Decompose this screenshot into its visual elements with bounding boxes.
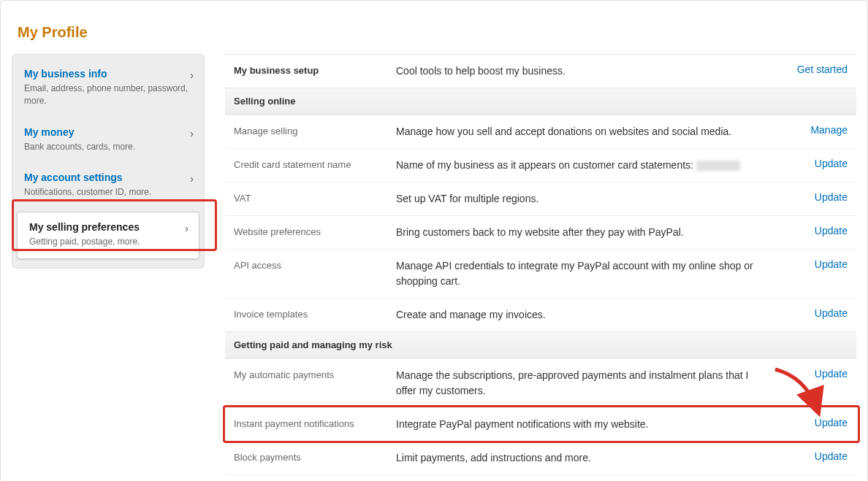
sidebar: My business infoEmail, address, phone nu…	[12, 54, 205, 481]
update-link[interactable]: Update	[815, 417, 848, 428]
row-label: VAT	[234, 191, 396, 204]
update-link[interactable]: Update	[815, 191, 848, 203]
settings-row: Credit card statement nameName of my bus…	[225, 148, 856, 182]
redacted-value	[696, 161, 740, 171]
row-desc: Name of my business as it appears on cus…	[396, 158, 782, 173]
row-label: Manage selling	[234, 124, 396, 136]
settings-row: VATSet up VAT for multiple regions.Updat…	[225, 182, 856, 215]
settings-row: Manage sellingManage how you sell and ac…	[225, 115, 856, 148]
update-link[interactable]: Update	[815, 225, 848, 236]
sidebar-item-my-selling-preferences[interactable]: My selling preferencesGetting paid, post…	[17, 212, 199, 259]
row-desc: Manage the subscriptions, pre-approved p…	[396, 368, 782, 399]
settings-row: Website preferencesBring customers back …	[225, 215, 856, 249]
sidebar-item-title: My money	[24, 126, 192, 138]
row-desc: Manage API credentials to integrate my P…	[396, 258, 782, 289]
section-heading: Selling online	[225, 88, 856, 115]
update-link[interactable]: Update	[815, 158, 848, 169]
settings-row: Instant payment notificationsIntegrate P…	[225, 407, 856, 441]
row-label: Block payments	[234, 450, 396, 463]
row-label: Instant payment notifications	[234, 417, 396, 429]
sidebar-item-desc: Getting paid, postage, more.	[29, 236, 187, 248]
row-label: Invoice templates	[234, 307, 396, 320]
settings-row: API accessManage API credentials to inte…	[225, 249, 856, 298]
update-link[interactable]: Update	[815, 258, 848, 270]
row-label: Credit card statement name	[234, 158, 396, 170]
manage-link[interactable]: Manage	[810, 124, 848, 136]
row-label: My automatic payments	[234, 368, 396, 380]
section-heading: Getting paid and managing my risk	[225, 331, 856, 358]
row-desc: Bring customers back to my website after…	[396, 225, 782, 240]
row-desc: Cool tools to help boost my business.	[396, 64, 782, 79]
row-desc: Create and manage my invoices.	[396, 307, 782, 323]
page-title: My Profile	[18, 24, 856, 41]
row-desc: Set up VAT for multiple regions.	[396, 191, 782, 207]
sidebar-card: My business infoEmail, address, phone nu…	[12, 54, 205, 269]
sidebar-item-title: My business info	[24, 68, 192, 80]
main-content: My business setup Cool tools to help boo…	[225, 54, 856, 481]
row-label: Website preferences	[234, 225, 396, 237]
sidebar-item-desc: Notifications, customer ID, more.	[24, 186, 192, 199]
sidebar-item-desc: Bank accounts, cards, more.	[24, 141, 192, 153]
sidebar-item-title: My account settings	[24, 172, 192, 183]
update-link[interactable]: Update	[815, 450, 848, 462]
row-desc: Limit payments, add instructions and mor…	[396, 450, 782, 466]
settings-row: Customer service messageCreate a persona…	[225, 474, 856, 481]
sidebar-item-my-business-info[interactable]: My business infoEmail, address, phone nu…	[12, 59, 204, 118]
update-link[interactable]: Update	[815, 368, 848, 380]
row-desc: Integrate PayPal payment notifications w…	[396, 417, 782, 432]
row-label: API access	[234, 258, 396, 271]
get-started-link[interactable]: Get started	[797, 64, 848, 75]
update-link[interactable]: Update	[815, 307, 848, 319]
sidebar-item-title: My selling preferences	[29, 221, 187, 233]
sidebar-item-my-account-settings[interactable]: My account settingsNotifications, custom…	[12, 163, 204, 209]
sidebar-item-my-money[interactable]: My moneyBank accounts, cards, more.›	[12, 118, 204, 163]
settings-row: Block paymentsLimit payments, add instru…	[225, 441, 856, 474]
row-desc: Manage how you sell and accept donations…	[396, 124, 782, 139]
settings-row: My automatic paymentsManage the subscrip…	[225, 358, 856, 407]
row-label: My business setup	[234, 64, 396, 76]
sidebar-item-desc: Email, address, phone number, password, …	[24, 82, 192, 107]
settings-row: Invoice templatesCreate and manage my in…	[225, 298, 856, 331]
row-my-business-setup: My business setup Cool tools to help boo…	[225, 54, 856, 88]
